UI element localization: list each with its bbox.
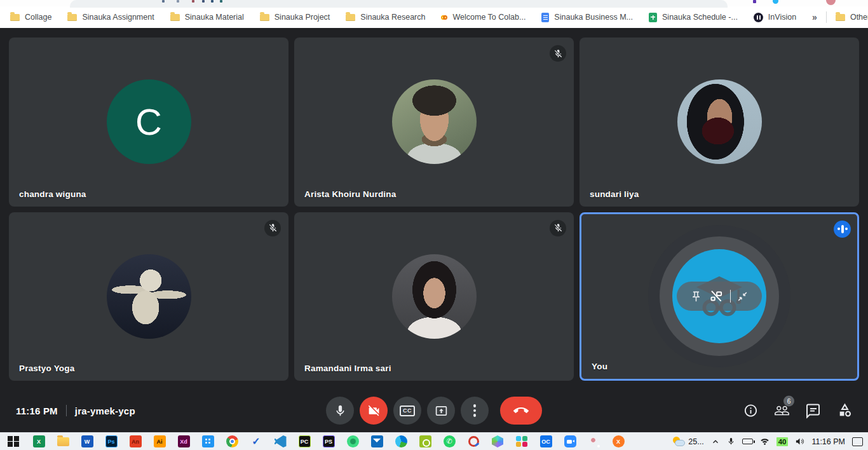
tray-network[interactable]	[760, 433, 770, 450]
participant-tile-arista[interactable]: Arista Khoiru Nurdina	[294, 38, 574, 207]
hexagon-app-icon	[492, 435, 503, 447]
edge-icon	[395, 435, 407, 447]
tray-microphone[interactable]	[727, 433, 735, 450]
taskbar-android[interactable]	[341, 433, 365, 450]
taskbar-todo[interactable]: ✓	[244, 433, 268, 450]
excel-icon: X	[33, 435, 45, 447]
minimize-tile-button[interactable]	[736, 290, 749, 303]
taskbar-chrome[interactable]	[220, 433, 244, 450]
bookmark-sinauka-business[interactable]: Sinauka Business M...	[541, 13, 633, 22]
start-button[interactable]	[0, 433, 27, 450]
battery-percent-label: 40	[776, 437, 789, 446]
taskbar-photoshop[interactable]: Ps	[99, 433, 123, 450]
taskbar-pycharm[interactable]: PC	[292, 433, 316, 450]
taskbar-corel[interactable]	[461, 433, 485, 450]
taskbar-calendar[interactable]	[196, 433, 220, 450]
participant-name: Ramandani Irma sari	[304, 364, 391, 373]
bookmark-sinauka-assignment[interactable]: Sinauka Assignment	[67, 13, 154, 22]
tray-overflow-chevron[interactable]	[711, 433, 720, 450]
participant-tile-ramandani[interactable]: Ramandani Irma sari	[294, 212, 574, 381]
taskbar-mail[interactable]	[365, 433, 389, 450]
weather-widget[interactable]: 25...	[672, 433, 703, 450]
extension-icon-fragment[interactable]	[773, 0, 778, 4]
phpstorm-icon: PS	[323, 435, 335, 447]
taskbar-file-explorer[interactable]	[51, 433, 75, 450]
participants-button[interactable]: 6	[774, 403, 790, 419]
meet-control-bar: 11:16 PM jra-ymek-ycp CC	[0, 389, 868, 432]
action-center-button[interactable]	[852, 433, 863, 450]
bookmark-collage[interactable]: Collage	[10, 13, 51, 22]
taskbar-whatsapp[interactable]: ✆	[437, 433, 461, 450]
participant-tile-chandra[interactable]: C chandra wiguna	[9, 38, 288, 207]
tray-volume[interactable]	[795, 433, 804, 450]
bookmark-welcome-to-colab[interactable]: Welcome To Colab...	[441, 13, 526, 22]
bookmark-label: Sinauka Material	[185, 13, 244, 22]
toolbar-icon-fragment	[162, 0, 165, 3]
participant-name: chandra wiguna	[19, 189, 86, 199]
pin-tile-button[interactable]	[690, 290, 702, 303]
remove-tile-button[interactable]	[708, 288, 724, 304]
avatar-photo	[392, 254, 477, 339]
participant-tile-you[interactable]: You	[580, 212, 859, 381]
bookmark-label: Sinauka Business M...	[554, 13, 633, 22]
notification-icon	[852, 437, 863, 446]
captions-button[interactable]: CC	[393, 397, 421, 425]
taskbar-illustrator[interactable]: Ai	[147, 433, 172, 450]
chat-button[interactable]	[806, 403, 821, 418]
bookmarks-overflow-chevron[interactable]: »	[812, 12, 817, 22]
mic-tray-icon	[727, 437, 735, 446]
taskbar-vscode[interactable]	[268, 433, 292, 450]
mic-button[interactable]	[326, 397, 354, 425]
present-button[interactable]	[427, 397, 455, 425]
toolbar-icon-fragment	[202, 0, 205, 3]
taskbar-slack[interactable]	[510, 433, 534, 450]
more-options-button[interactable]	[461, 397, 489, 425]
participant-name: sundari liya	[590, 189, 639, 199]
toolbar-icon-fragment	[192, 0, 194, 3]
profile-avatar-fragment[interactable]	[826, 0, 836, 5]
taskbar-zoom[interactable]	[558, 433, 582, 450]
tray-battery[interactable]	[742, 433, 753, 450]
other-bookmarks[interactable]: Other bookmarks	[836, 13, 868, 22]
participant-tile-sundari[interactable]: sundari liya	[580, 38, 859, 207]
bookmark-sinauka-schedule[interactable]: Sinauka Schedule -...	[649, 13, 738, 22]
address-bar-fragment[interactable]	[70, 0, 728, 8]
taskbar-adobe-xd[interactable]: Xd	[172, 433, 196, 450]
avatar-letter: C	[135, 100, 162, 143]
camera-off-button[interactable]	[360, 397, 388, 425]
hang-up-button[interactable]	[500, 397, 542, 425]
meeting-details-button[interactable]	[743, 404, 758, 418]
battery-icon	[742, 439, 753, 444]
taskbar-animate[interactable]: An	[123, 433, 147, 450]
toolbar-icon-fragment	[211, 0, 214, 3]
taskbar-chrome-profile[interactable]	[582, 433, 606, 450]
participant-tile-prastyo[interactable]: Prastyo Yoga	[9, 212, 288, 381]
taskbar-oc-app[interactable]: OC	[534, 433, 558, 450]
taskbar-edge[interactable]	[389, 433, 413, 450]
bookmark-label: InVision	[768, 13, 796, 22]
taskbar-word[interactable]: W	[75, 433, 99, 450]
colab-icon	[441, 15, 447, 20]
tray-battery-percent[interactable]: 40	[776, 433, 789, 450]
taskbar-phpstorm[interactable]: PS	[316, 433, 341, 450]
taskbar-xampp[interactable]: X	[606, 433, 630, 450]
taskbar-camera-app[interactable]	[413, 433, 437, 450]
extension-icon-fragment[interactable]	[753, 0, 756, 3]
bookmark-sinauka-material[interactable]: Sinauka Material	[170, 13, 244, 22]
taskbar-excel[interactable]: X	[27, 433, 51, 450]
taskbar-hexagon-app[interactable]	[485, 433, 510, 450]
bookmark-sinauka-project[interactable]: Sinauka Project	[260, 13, 330, 22]
bookmark-invision[interactable]: InVision	[754, 13, 796, 22]
wifi-icon	[760, 437, 770, 446]
info-icon	[743, 404, 758, 418]
bookmark-label: Sinauka Schedule -...	[662, 13, 738, 22]
bookmark-sinauka-research[interactable]: Sinauka Research	[346, 13, 425, 22]
divider	[826, 11, 827, 23]
animate-icon: An	[130, 435, 142, 447]
participants-count-badge: 6	[783, 396, 794, 407]
activities-button[interactable]	[837, 403, 853, 419]
tray-clock[interactable]: 11:16 PM	[811, 433, 845, 450]
windows-taskbar: X W Ps An Ai Xd ✓ PC PS ✆ OC X 25...	[0, 432, 868, 450]
chrome-icon	[226, 435, 238, 447]
mic-off-icon	[553, 49, 563, 58]
